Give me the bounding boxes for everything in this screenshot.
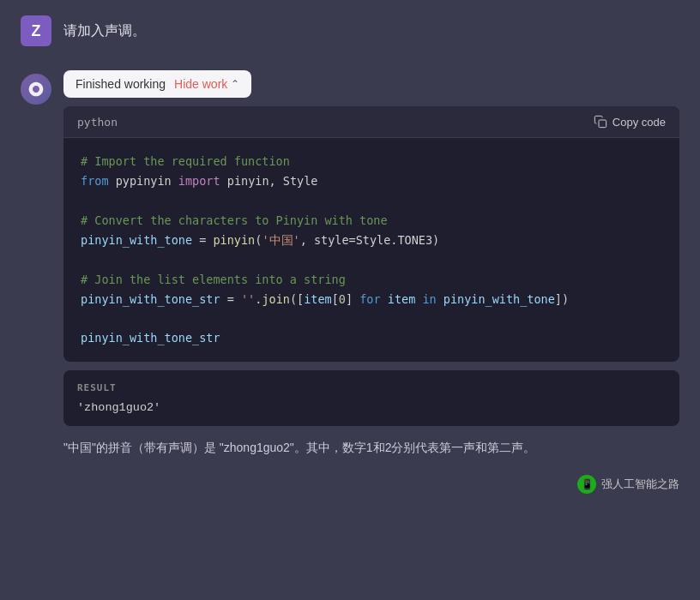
assistant-response-area: Finished working Hide work ⌃ python Copy…: [0, 62, 700, 475]
code-language: python: [77, 116, 118, 129]
explanation-content: "中国"的拼音（带有声调）是 "zhong1guo2"。其中，数字1和2分别代表…: [63, 441, 535, 454]
assistant-avatar: [21, 74, 51, 105]
code-line-6: pinyin_with_tone_str = ''.join([item[0] …: [81, 290, 662, 309]
hide-work-button[interactable]: Hide work ⌃: [174, 77, 239, 91]
copy-code-button[interactable]: Copy code: [594, 115, 666, 129]
explanation-text: "中国"的拼音（带有声调）是 "zhong1guo2"。其中，数字1和2分别代表…: [63, 435, 679, 457]
code-blank-3: [81, 309, 662, 329]
user-avatar: Z: [21, 15, 51, 46]
code-line-4: pinyin_with_tone = pinyin('中国', style=St…: [81, 231, 662, 250]
code-blank-2: [81, 250, 662, 270]
hide-work-label: Hide work: [174, 77, 227, 91]
result-block: RESULT 'zhong1guo2': [63, 370, 679, 426]
code-line-7: pinyin_with_tone_str: [81, 328, 662, 348]
wechat-icon: 📱: [577, 475, 596, 494]
result-header: RESULT: [63, 370, 679, 398]
result-value: 'zhong1guo2': [63, 398, 679, 426]
code-line-1: # Import the required function: [81, 152, 662, 171]
code-line-3: # Convert the characters to Pinyin with …: [81, 211, 662, 231]
svg-rect-0: [599, 120, 606, 128]
assistant-content: Finished working Hide work ⌃ python Copy…: [63, 70, 679, 458]
chevron-up-icon: ⌃: [231, 78, 239, 90]
code-block: python Copy code # Import the required f…: [63, 106, 679, 362]
code-body: # Import the required function from pypi…: [63, 138, 679, 362]
copy-label: Copy code: [612, 116, 666, 129]
finished-label: Finished working: [75, 77, 166, 91]
avatar-letter: Z: [32, 22, 41, 40]
watermark-label: 强人工智能之路: [601, 477, 679, 492]
code-line-5: # Join the list elements into a string: [81, 270, 662, 290]
finished-working-pill: Finished working Hide work ⌃: [63, 70, 251, 98]
result-label: RESULT: [77, 382, 117, 393]
user-message-text: 请加入声调。: [63, 22, 146, 40]
copy-icon: [594, 115, 607, 129]
user-message-row: Z 请加入声调。: [0, 0, 700, 62]
code-line-2: from pypinyin import pinyin, Style: [81, 171, 662, 191]
code-blank-1: [81, 191, 662, 211]
watermark: 📱 强人工智能之路: [577, 475, 679, 494]
watermark-area: 📱 强人工智能之路: [0, 475, 700, 506]
code-header: python Copy code: [63, 106, 679, 138]
